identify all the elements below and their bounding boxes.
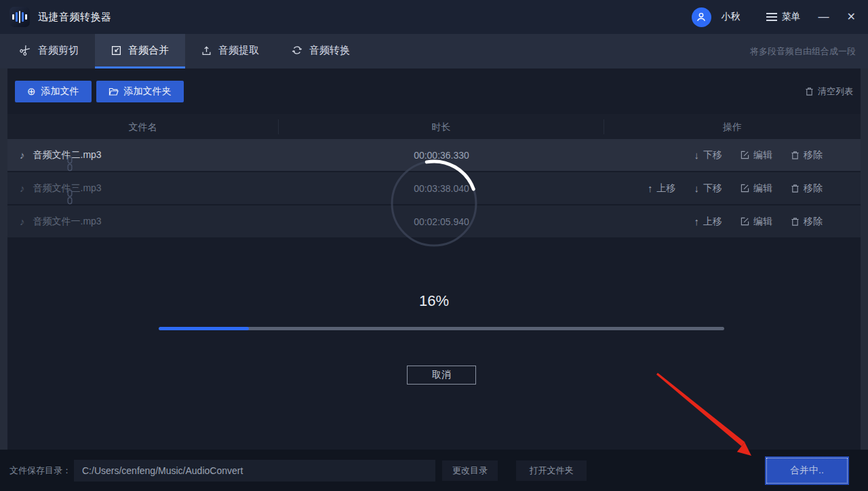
- save-dir-label: 文件保存目录：: [9, 465, 71, 477]
- progress-bar: [159, 327, 724, 330]
- file-name-cell: ♪音频文件三.mp3: [7, 182, 279, 195]
- table-row[interactable]: ♪音频文件二.mp300:00:36.330↓下移编辑移除: [7, 139, 861, 172]
- edit-icon: [741, 217, 749, 226]
- plus-circle-icon: ⊕: [27, 86, 36, 96]
- tab-subtitle: 将多段音频自由组合成一段: [750, 34, 856, 68]
- tab-label: 音频提取: [218, 44, 259, 57]
- arrow-up-icon: ↑: [648, 183, 653, 193]
- tab-4[interactable]: 音频转换: [275, 34, 366, 68]
- header-duration: 时长: [279, 119, 604, 134]
- op-label: 编辑: [753, 182, 772, 195]
- main-area: ⊕ 添加文件 添加文件夹 清空列表 文: [0, 68, 868, 450]
- tab-2[interactable]: 音频合并: [95, 34, 185, 68]
- extract-icon: [201, 45, 212, 56]
- edit-button[interactable]: 编辑: [741, 182, 772, 195]
- scissors-icon: [20, 45, 31, 56]
- save-path-input[interactable]: [74, 460, 435, 482]
- trash-icon: [805, 87, 814, 96]
- table-header: 文件名 时长 操作: [7, 114, 861, 139]
- app-window: 迅捷音频转换器 小秋 菜单 — ✕ 音频剪切音频合并音频提取音频转换 将多段音频…: [0, 0, 868, 491]
- menu-button[interactable]: 菜单: [766, 11, 801, 23]
- close-button[interactable]: ✕: [847, 12, 856, 22]
- folder-icon: [108, 87, 119, 96]
- progress-bar-fill: [159, 327, 249, 330]
- file-duration: 00:00:36.330: [279, 150, 604, 161]
- music-note-icon: ♪: [20, 149, 25, 161]
- row-operations: ↑上移↓下移编辑移除: [604, 182, 861, 195]
- file-name-cell: ♪音频文件二.mp3: [7, 149, 279, 161]
- trash-button[interactable]: 移除: [791, 182, 823, 195]
- title-bar: 迅捷音频转换器 小秋 菜单 — ✕: [0, 0, 868, 34]
- edit-icon: [741, 184, 749, 193]
- row-operations: ↑上移编辑移除: [604, 216, 861, 228]
- convert-icon: [292, 45, 302, 56]
- app-title: 迅捷音频转换器: [38, 11, 112, 24]
- open-folder-button[interactable]: 打开文件夹: [516, 460, 587, 481]
- list-toolbar: ⊕ 添加文件 添加文件夹 清空列表: [7, 68, 861, 114]
- hamburger-icon: [766, 13, 777, 21]
- op-label: 下移: [703, 182, 722, 195]
- tab-label: 音频剪切: [38, 44, 79, 57]
- add-folder-button[interactable]: 添加文件夹: [96, 81, 184, 102]
- change-dir-button[interactable]: 更改目录: [442, 460, 498, 481]
- music-note-icon: ♪: [20, 216, 25, 227]
- app-logo-icon: [9, 7, 30, 27]
- user-name[interactable]: 小秋: [722, 11, 741, 23]
- trash-button[interactable]: 移除: [791, 149, 823, 161]
- file-rows: ♪音频文件二.mp300:00:36.330↓下移编辑移除♪音频文件三.mp30…: [7, 139, 861, 239]
- file-duration: 00:03:38.040: [279, 183, 604, 194]
- arrow-down-button[interactable]: ↓下移: [694, 182, 723, 195]
- tab-bar: 音频剪切音频合并音频提取音频转换 将多段音频自由组合成一段: [0, 34, 868, 68]
- op-label: 上移: [657, 182, 676, 195]
- file-name-cell: ♪音频文件一.mp3: [7, 216, 279, 228]
- row-operations: ↓下移编辑移除: [604, 149, 861, 161]
- arrow-down-icon: ↓: [694, 150, 700, 160]
- edit-button[interactable]: 编辑: [741, 216, 772, 228]
- tab-label: 音频转换: [309, 44, 350, 57]
- op-label: 上移: [703, 216, 722, 228]
- op-label: 移除: [804, 182, 823, 195]
- arrow-up-button[interactable]: ↑上移: [648, 182, 676, 195]
- avatar[interactable]: [692, 7, 711, 27]
- op-label: 编辑: [753, 149, 772, 161]
- chain-link-icon: [66, 156, 74, 172]
- arrow-up-button[interactable]: ↑上移: [694, 216, 723, 228]
- arrow-up-icon: ↑: [694, 216, 700, 227]
- add-file-button[interactable]: ⊕ 添加文件: [15, 81, 92, 102]
- trash-icon: [791, 151, 800, 160]
- trash-icon: [791, 217, 800, 227]
- progress-percent: 16%: [7, 292, 861, 310]
- op-label: 下移: [703, 149, 722, 161]
- file-list-panel: ⊕ 添加文件 添加文件夹 清空列表 文: [7, 68, 861, 450]
- table-row[interactable]: ♪音频文件三.mp300:03:38.040↑上移↓下移编辑移除: [7, 172, 861, 205]
- header-filename: 文件名: [7, 119, 279, 134]
- header-operations: 操作: [604, 119, 861, 134]
- edit-button[interactable]: 编辑: [741, 149, 772, 161]
- merge-button[interactable]: 合并中..: [765, 456, 849, 485]
- trash-button[interactable]: 移除: [791, 216, 823, 228]
- edit-icon: [741, 151, 749, 159]
- file-name: 音频文件一.mp3: [33, 216, 102, 228]
- footer-bar: 文件保存目录： 更改目录 打开文件夹 合并中..: [0, 450, 868, 491]
- minimize-button[interactable]: —: [818, 12, 829, 22]
- file-duration: 00:02:05.940: [279, 216, 604, 227]
- trash-icon: [791, 184, 800, 193]
- tab-1[interactable]: 音频剪切: [4, 34, 95, 68]
- arrow-down-icon: ↓: [694, 183, 700, 193]
- music-note-icon: ♪: [20, 182, 25, 194]
- op-label: 编辑: [753, 216, 772, 228]
- cancel-button[interactable]: 取消: [407, 366, 476, 385]
- chain-link-icon: [66, 189, 74, 205]
- tab-label: 音频合并: [128, 44, 169, 57]
- op-label: 移除: [804, 216, 823, 228]
- clear-list-button[interactable]: 清空列表: [805, 85, 853, 98]
- tab-3[interactable]: 音频提取: [185, 34, 275, 68]
- merge-icon: [111, 45, 121, 56]
- table-row[interactable]: ♪音频文件一.mp300:02:05.940↑上移编辑移除: [7, 205, 861, 239]
- arrow-down-button[interactable]: ↓下移: [694, 149, 723, 161]
- op-label: 移除: [804, 149, 823, 161]
- person-icon: [695, 11, 707, 23]
